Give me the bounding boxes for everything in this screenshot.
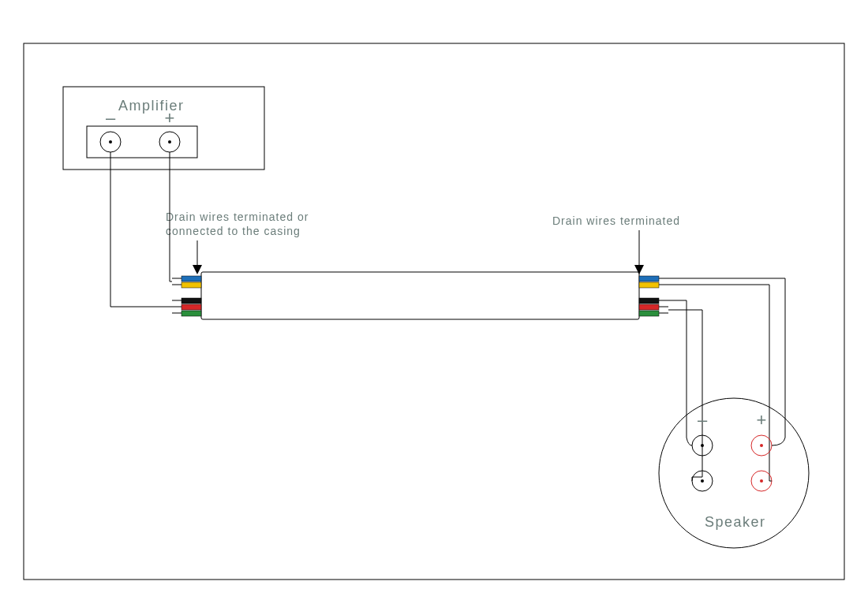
svg-point-38: [701, 479, 704, 483]
svg-point-3: [109, 140, 112, 144]
outer-frame: [24, 43, 844, 580]
amplifier-block: Amplifier – +: [63, 87, 264, 170]
svg-point-5: [168, 140, 171, 144]
speaker-label: Speaker: [705, 514, 766, 530]
drain-label-left: Drain wires terminated or connected to t…: [166, 211, 309, 274]
svg-rect-27: [639, 304, 659, 310]
svg-rect-25: [639, 282, 659, 288]
svg-rect-24: [639, 276, 659, 281]
svg-point-40: [760, 444, 763, 447]
svg-rect-1: [87, 126, 197, 158]
svg-marker-9: [193, 265, 202, 274]
svg-rect-26: [639, 298, 659, 304]
speaker: Speaker – +: [659, 398, 809, 548]
svg-point-36: [701, 444, 704, 447]
amp-to-cable-wires: [110, 152, 172, 307]
svg-rect-28: [639, 311, 659, 316]
cable-right-stubs: [639, 276, 668, 316]
svg-point-42: [760, 479, 763, 483]
speaker-plus-symbol: +: [757, 410, 767, 430]
amp-plus-symbol: +: [165, 108, 175, 128]
cable-left-stubs: [172, 276, 201, 316]
drain-label-right: Drain wires terminated: [552, 214, 680, 274]
speaker-minus-symbol: –: [698, 410, 708, 430]
cable: [172, 272, 668, 319]
svg-rect-15: [181, 282, 201, 288]
cable-to-speaker-wires: [668, 278, 785, 481]
amp-minus-symbol: –: [106, 108, 116, 128]
svg-text:connected to the casing: connected to the casing: [166, 225, 301, 237]
wiring-diagram: Amplifier – + Drain wires terminated or …: [0, 0, 868, 615]
svg-text:Drain wires terminated: Drain wires terminated: [552, 214, 680, 227]
svg-rect-13: [201, 272, 639, 319]
svg-rect-18: [181, 311, 201, 316]
svg-rect-16: [181, 298, 201, 304]
svg-rect-14: [181, 276, 201, 281]
svg-rect-17: [181, 304, 201, 310]
svg-text:Drain wires terminated or: Drain wires terminated or: [166, 211, 309, 223]
